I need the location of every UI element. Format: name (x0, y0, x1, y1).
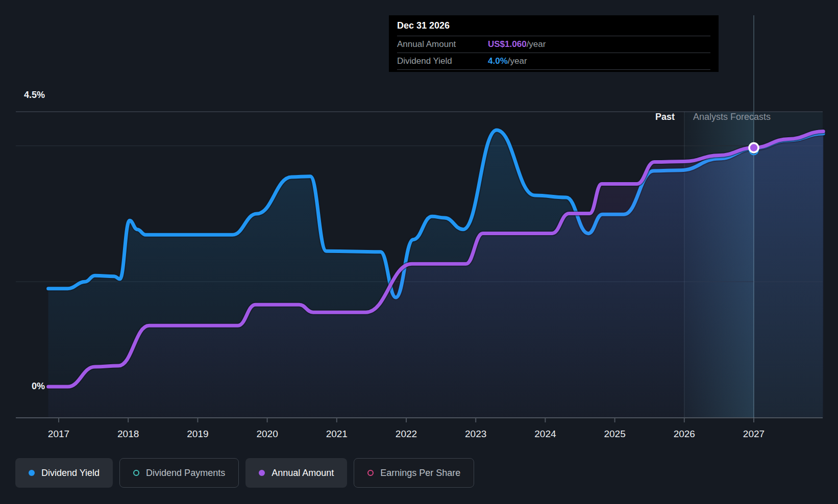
tooltip-suffix: /year (508, 56, 527, 66)
chart-legend: Dividend Yield Dividend Payments Annual … (15, 458, 474, 488)
y-axis-label-min: 0% (14, 381, 45, 392)
chart-canvas[interactable]: 2017201820192020202120222023202420252026… (0, 0, 838, 504)
annual-amount-marker[interactable] (749, 143, 758, 153)
dividend-yield-chart-panel: 2017201820192020202120222023202420252026… (0, 0, 838, 504)
forecast-region-label: Analysts Forecasts (693, 112, 771, 122)
tooltip-row-annual-amount: Annual Amount US$1.060/year (397, 36, 710, 53)
legend-annual-amount-button[interactable]: Annual Amount (245, 458, 347, 488)
tooltip-label: Dividend Yield (397, 56, 488, 66)
legend-label: Annual Amount (272, 468, 334, 478)
x-axis-tick-label: 2027 (743, 429, 765, 439)
legend-label: Earnings Per Share (380, 468, 460, 478)
x-axis-tick-label: 2021 (326, 429, 348, 439)
earnings-per-share-ring-icon (367, 470, 374, 476)
legend-dividend-payments-button[interactable]: Dividend Payments (119, 458, 239, 488)
tooltip-row-dividend-yield: Dividend Yield 4.0%/year (397, 53, 710, 70)
tooltip-label: Annual Amount (397, 39, 488, 49)
legend-earnings-per-share-button[interactable]: Earnings Per Share (354, 458, 474, 488)
dividend-yield-dot-icon (29, 470, 35, 476)
x-axis-tick-label: 2025 (604, 429, 625, 439)
x-axis-tick-label: 2018 (117, 429, 139, 439)
legend-label: Dividend Payments (146, 468, 225, 478)
tooltip-value: US$1.060 (488, 39, 527, 49)
x-axis-tick-label: 2019 (187, 429, 208, 439)
y-axis-label-max: 4.5% (14, 90, 45, 100)
chart-tooltip: Dec 31 2026 Annual Amount US$1.060/year … (389, 15, 719, 72)
legend-dividend-yield-button[interactable]: Dividend Yield (15, 458, 113, 488)
dividend-payments-ring-icon (133, 470, 139, 476)
x-axis-tick-label: 2023 (465, 429, 486, 439)
x-axis-tick-label: 2024 (534, 429, 556, 439)
x-axis-tick-label: 2017 (48, 429, 69, 439)
legend-label: Dividend Yield (41, 468, 100, 478)
tooltip-value: 4.0% (488, 56, 508, 66)
tooltip-suffix: /year (527, 39, 546, 49)
annual-amount-dot-icon (259, 470, 265, 476)
tooltip-date: Dec 31 2026 (397, 20, 710, 36)
x-axis-tick-label: 2020 (256, 429, 278, 439)
x-axis-tick-label: 2026 (674, 429, 695, 439)
x-axis-tick-label: 2022 (396, 429, 417, 439)
past-region-label: Past (573, 112, 675, 122)
